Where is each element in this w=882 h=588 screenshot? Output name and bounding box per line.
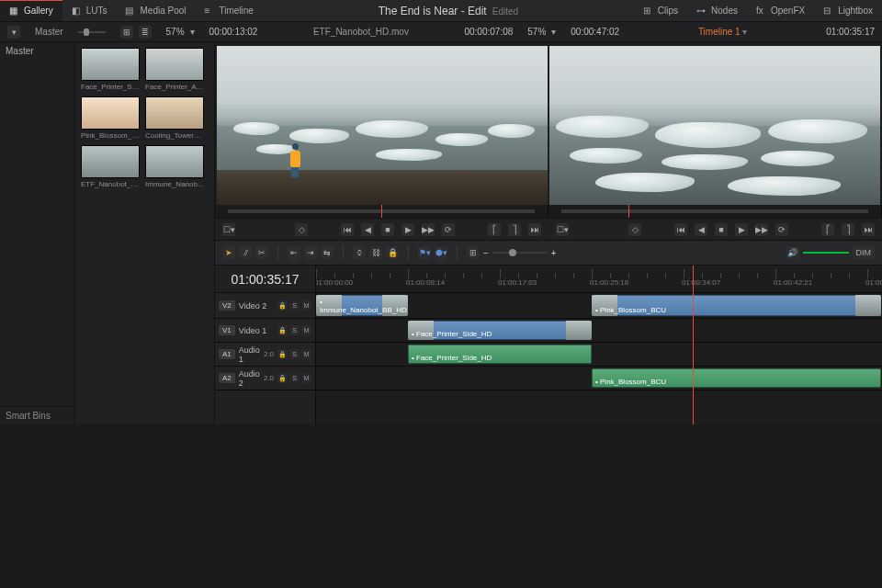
marker-button[interactable]: ⬢▾ xyxy=(435,246,447,259)
track-badge[interactable]: V1 xyxy=(219,325,235,335)
snap-button[interactable]: ⧲ xyxy=(353,246,366,259)
track-lane[interactable]: • Immune_Nanobot_BB_HD• Pink_Blossom_BCU xyxy=(316,293,882,319)
timeline-body[interactable]: 01:00:00:0001:00:08:1401:00:17:0301:00:2… xyxy=(316,266,882,424)
thumbnail-size-slider[interactable] xyxy=(78,31,106,33)
mute-toggle[interactable]: M xyxy=(301,373,311,383)
solo-toggle[interactable]: S xyxy=(289,373,300,383)
lock-toggle[interactable]: 🔒 xyxy=(277,349,288,359)
volume-slider[interactable] xyxy=(803,252,849,254)
timeline-clip[interactable]: • Face_Printer_Side_HD xyxy=(408,345,592,364)
timeline-clip[interactable]: • Pink_Blossom_BCU xyxy=(592,368,881,388)
tab-luts[interactable]: ◧LUTs xyxy=(62,0,117,21)
mute-toggle[interactable]: M xyxy=(301,325,311,335)
prg-mode-button[interactable]: ☐▾ xyxy=(556,223,569,236)
track-lane[interactable]: • Pink_Blossom_BCU xyxy=(316,367,882,390)
tab-lightbox[interactable]: ⊟Lightbox xyxy=(814,0,882,21)
zoom-slider[interactable] xyxy=(492,252,548,254)
program-viewer[interactable] xyxy=(549,46,880,205)
solo-toggle[interactable]: S xyxy=(289,325,300,335)
zoom-in-button[interactable]: + xyxy=(551,248,557,258)
blade-tool-button[interactable]: ✂ xyxy=(255,246,268,259)
tab-nodes[interactable]: ⊶Nodes xyxy=(687,0,747,21)
timeline-clip[interactable]: • Immune_Nanobot_BB_HD xyxy=(316,295,408,316)
lock-toggle[interactable]: 🔒 xyxy=(277,300,288,311)
tab-gallery[interactable]: ▦Gallery xyxy=(0,0,62,21)
tab-timeline[interactable]: ≡Timeline xyxy=(196,0,263,21)
arrow-tool-button[interactable]: ➤ xyxy=(222,246,235,259)
src-mark-out-button[interactable]: ⎤ xyxy=(508,223,521,236)
src-mode-button[interactable]: ☐▾ xyxy=(222,223,235,236)
program-zoom[interactable]: 57% xyxy=(527,27,546,37)
media-thumb[interactable]: Pink_Blossom_B... xyxy=(81,96,140,140)
prg-match-frame-button[interactable]: ◇ xyxy=(628,223,641,236)
trim-tool-button[interactable]: ⫽ xyxy=(239,246,252,259)
view-options-button[interactable]: ⊞ xyxy=(467,246,480,259)
prg-play-button[interactable]: ▶ xyxy=(735,223,748,236)
playhead[interactable] xyxy=(693,266,694,424)
time-ruler[interactable]: 01:00:00:0001:00:08:1401:00:17:0301:00:2… xyxy=(316,266,882,293)
master-bin[interactable]: Master xyxy=(0,42,74,60)
panel-toggle-button[interactable]: ▾ xyxy=(7,26,20,39)
source-viewer[interactable] xyxy=(217,46,548,205)
media-thumb[interactable]: Face_Printer_Ab... xyxy=(145,48,204,91)
track-header[interactable]: A1Audio 12.0🔒SM xyxy=(215,343,315,367)
smart-bins[interactable]: Smart Bins xyxy=(0,406,74,424)
program-scrub[interactable] xyxy=(548,205,882,218)
track-badge[interactable]: A1 xyxy=(219,349,235,359)
dim-button[interactable]: DIM xyxy=(853,246,876,259)
src-back-button[interactable]: ◀ xyxy=(361,223,374,236)
src-last-button[interactable]: ⏭ xyxy=(528,223,541,236)
list-view-button[interactable]: ≣ xyxy=(139,26,152,39)
tab-openfx[interactable]: fxOpenFX xyxy=(747,0,814,21)
prg-fwd-button[interactable]: ▶▶ xyxy=(755,223,768,236)
src-match-frame-button[interactable]: ◇ xyxy=(295,223,308,236)
src-loop-button[interactable]: ⟳ xyxy=(442,223,455,236)
timeline-name[interactable]: Timeline 1 xyxy=(698,27,741,37)
mute-button[interactable]: 🔊 xyxy=(786,246,799,259)
media-thumb[interactable]: Face_Printer_Sid... xyxy=(81,48,140,91)
lock-button[interactable]: 🔒 xyxy=(386,246,399,259)
track-lane[interactable]: • Face_Printer_Side_HD xyxy=(316,343,882,367)
lock-toggle[interactable]: 🔒 xyxy=(277,373,288,383)
prg-loop-button[interactable]: ⟳ xyxy=(775,223,788,236)
solo-toggle[interactable]: S xyxy=(289,349,300,359)
src-play-button[interactable]: ▶ xyxy=(401,223,414,236)
prg-mark-out-button[interactable]: ⎤ xyxy=(842,223,854,236)
media-thumb[interactable]: ETF_Nanobot_HD xyxy=(81,145,140,188)
tab-clips[interactable]: ⊞Clips xyxy=(634,0,687,21)
track-header[interactable]: A2Audio 22.0🔒SM xyxy=(215,367,315,390)
source-scrub[interactable] xyxy=(215,205,548,218)
track-lane[interactable]: • Face_Printer_Side_HD xyxy=(316,319,882,343)
tab-media-pool[interactable]: ▤Media Pool xyxy=(116,0,195,21)
media-thumb[interactable]: Cooling_Tower_1... xyxy=(145,96,204,140)
solo-toggle[interactable]: S xyxy=(289,300,300,311)
media-thumb[interactable]: Immune_Nanob... xyxy=(145,145,204,188)
prg-first-button[interactable]: ⏮ xyxy=(674,223,687,236)
flag-button[interactable]: ⚑▾ xyxy=(418,246,431,259)
src-first-button[interactable]: ⏮ xyxy=(341,223,354,236)
track-header[interactable]: V2Video 2🔒SM xyxy=(215,293,315,319)
link-button[interactable]: ⛓ xyxy=(369,246,382,259)
timeline-clip[interactable]: • Face_Printer_Side_HD xyxy=(408,321,592,340)
track-header[interactable]: V1Video 1🔒SM xyxy=(215,319,315,343)
mute-toggle[interactable]: M xyxy=(301,349,311,359)
track-badge[interactable]: V2 xyxy=(219,300,235,311)
timeline-clip[interactable]: • Pink_Blossom_BCU xyxy=(592,295,881,316)
prg-mark-in-button[interactable]: ⎡ xyxy=(821,223,834,236)
zoom-out-button[interactable]: − xyxy=(483,248,489,258)
lock-toggle[interactable]: 🔒 xyxy=(277,325,288,335)
insert-button[interactable]: ⇤ xyxy=(288,246,300,259)
overwrite-button[interactable]: ⇥ xyxy=(304,246,317,259)
track-badge[interactable]: A2 xyxy=(219,373,235,383)
source-zoom[interactable]: 57% xyxy=(166,27,185,37)
prg-last-button[interactable]: ⏭ xyxy=(862,223,875,236)
src-fwd-button[interactable]: ▶▶ xyxy=(422,223,435,236)
mute-toggle[interactable]: M xyxy=(301,300,311,311)
src-mark-in-button[interactable]: ⎡ xyxy=(488,223,501,236)
replace-button[interactable]: ⇆ xyxy=(321,246,334,259)
prg-back-button[interactable]: ◀ xyxy=(695,223,707,236)
src-stop-button[interactable]: ■ xyxy=(381,223,394,236)
current-timecode[interactable]: 01:00:35:17 xyxy=(215,266,315,293)
grid-view-button[interactable]: ⊞ xyxy=(120,26,133,39)
prg-stop-button[interactable]: ■ xyxy=(715,223,728,236)
